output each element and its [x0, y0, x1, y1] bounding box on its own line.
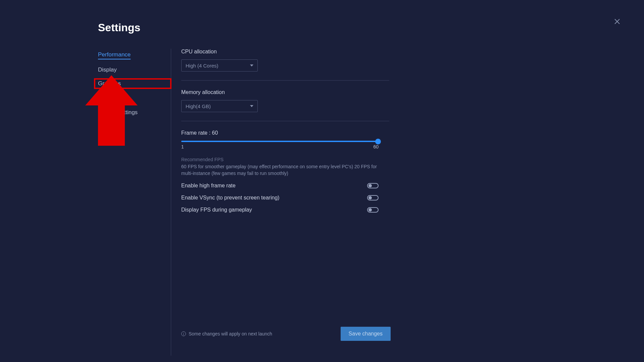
fps-hint-body: 60 FPS for smoother gameplay (may effect… [181, 164, 379, 177]
sidebar-item-label: Performance [98, 51, 131, 58]
sidebar-item-graphics[interactable]: Graphics [95, 79, 171, 88]
sidebar-item-label: Device Settings [98, 109, 138, 116]
vertical-divider [171, 49, 171, 356]
toggle-knob [368, 196, 372, 199]
memory-allocation-label: Memory allocation [181, 89, 389, 95]
cpu-allocation-select[interactable]: High (4 Cores) [181, 59, 258, 72]
toggle-knob [368, 208, 372, 212]
fps-hint-title: Recommended FPS [181, 157, 389, 162]
frame-rate-label: Frame rate : 60 [181, 130, 389, 136]
sidebar-item-performance[interactable]: Performance [98, 49, 171, 61]
toggle-label-high-frame-rate: Enable high frame rate [181, 183, 236, 189]
chevron-down-icon [250, 105, 253, 107]
toggle-label-vsync: Enable VSync (to prevent screen tearing) [181, 195, 280, 201]
sidebar-item-label: Preferences [98, 94, 129, 100]
sidebar-item-display[interactable]: Display [98, 64, 171, 76]
sidebar-item-device-settings[interactable]: Device Settings [98, 106, 171, 119]
select-value: High(4 GB) [186, 103, 211, 109]
toggle-label-display-fps: Display FPS during gameplay [181, 207, 252, 213]
toggle-knob [368, 184, 372, 187]
frame-rate-slider[interactable] [181, 141, 379, 142]
close-button[interactable] [614, 18, 621, 25]
memory-allocation-select[interactable]: High(4 GB) [181, 100, 258, 112]
sidebar: Performance Display Graphics Preferences… [98, 49, 171, 356]
toggle-high-frame-rate[interactable] [367, 183, 379, 188]
sidebar-item-label: Display [98, 66, 117, 73]
sidebar-item-label: Graphics [98, 80, 121, 87]
slider-min: 1 [181, 144, 184, 149]
footer-note: i Some changes will apply on next launch [181, 331, 272, 336]
toggle-vsync[interactable] [367, 195, 379, 200]
main-panel: CPU allocation High (4 Cores) Memory all… [181, 49, 389, 356]
info-icon: i [181, 331, 186, 336]
cpu-allocation-label: CPU allocation [181, 49, 389, 55]
page-title: Settings [98, 21, 644, 34]
save-changes-button[interactable]: Save changes [341, 327, 391, 341]
slider-max: 60 [373, 144, 379, 149]
close-icon [614, 18, 620, 25]
slider-thumb[interactable] [375, 139, 381, 144]
select-value: High (4 Cores) [186, 63, 218, 69]
footer-note-text: Some changes will apply on next launch [189, 331, 272, 336]
chevron-down-icon [250, 64, 253, 66]
sidebar-item-preferences[interactable]: Preferences [98, 91, 171, 103]
toggle-display-fps[interactable] [367, 207, 379, 213]
